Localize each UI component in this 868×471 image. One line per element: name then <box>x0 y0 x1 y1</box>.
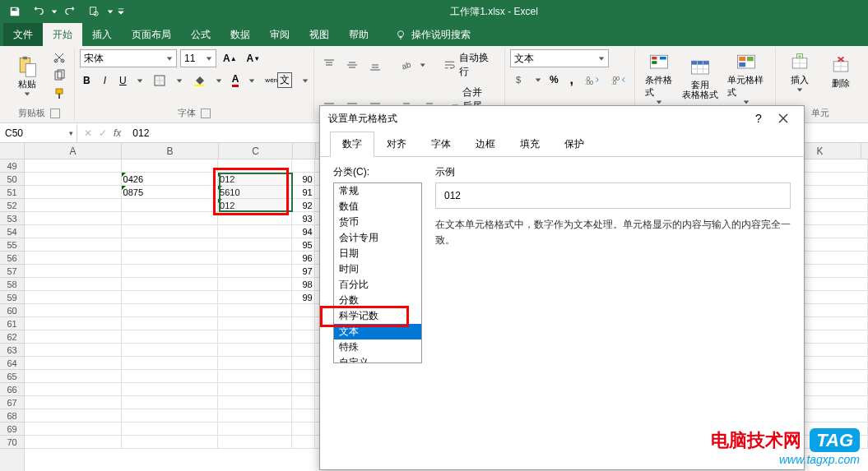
save-icon[interactable] <box>5 2 25 21</box>
cell[interactable] <box>122 330 219 344</box>
row-header[interactable]: 55 <box>0 238 24 252</box>
qat-more-icon[interactable] <box>117 2 125 21</box>
row-header[interactable]: 59 <box>0 291 24 304</box>
cell[interactable]: 90 <box>292 173 315 186</box>
cell[interactable]: 91 <box>292 186 315 199</box>
cell[interactable] <box>25 199 122 212</box>
paste-button[interactable]: 粘贴 <box>8 53 46 99</box>
row-header[interactable]: 52 <box>0 199 24 212</box>
cell[interactable] <box>292 317 315 330</box>
cell[interactable] <box>25 396 122 409</box>
format-painter-button[interactable] <box>49 85 69 102</box>
column-header[interactable]: A <box>25 143 122 159</box>
cell[interactable] <box>122 159 219 173</box>
tab-formula[interactable]: 公式 <box>181 23 220 46</box>
cell[interactable] <box>218 423 292 436</box>
row-header[interactable]: 53 <box>0 212 24 225</box>
cell[interactable] <box>25 225 122 238</box>
chevron-down-icon[interactable] <box>535 76 541 83</box>
clipboard-dialog-launcher[interactable] <box>50 109 60 118</box>
column-header[interactable]: B <box>122 143 219 159</box>
percent-button[interactable]: % <box>546 72 562 87</box>
dialog-tab[interactable]: 对齐 <box>374 132 419 157</box>
tab-layout[interactable]: 页面布局 <box>122 23 181 46</box>
phonetic-button[interactable]: wén文 <box>262 71 295 90</box>
tab-view[interactable]: 视图 <box>299 23 339 46</box>
italic-button[interactable]: I <box>100 73 109 88</box>
align-bottom-button[interactable] <box>365 57 385 73</box>
undo-icon[interactable] <box>28 2 48 21</box>
cell[interactable] <box>218 252 292 265</box>
chevron-down-icon[interactable] <box>176 77 183 84</box>
tab-home[interactable]: 开始 <box>43 23 82 46</box>
cell[interactable] <box>122 199 219 212</box>
decrease-font-button[interactable]: A▼ <box>244 51 264 66</box>
cell[interactable] <box>25 370 122 383</box>
name-box-input[interactable] <box>5 127 54 139</box>
cell[interactable] <box>122 212 219 225</box>
decrease-decimal-button[interactable]: .00.0 <box>608 72 629 87</box>
row-header[interactable]: 56 <box>0 252 24 265</box>
increase-font-button[interactable]: A▲ <box>220 51 240 66</box>
fill-color-button[interactable] <box>189 72 209 89</box>
cell[interactable] <box>25 186 122 199</box>
row-header[interactable]: 63 <box>0 344 24 357</box>
cell[interactable] <box>292 383 315 396</box>
cell[interactable] <box>25 252 122 265</box>
orientation-button[interactable]: ab <box>397 57 416 73</box>
cell[interactable]: 95 <box>292 238 315 252</box>
dialog-tab[interactable]: 保护 <box>552 132 596 157</box>
row-header[interactable]: 62 <box>0 330 24 344</box>
cell[interactable] <box>25 436 122 449</box>
cell[interactable] <box>122 252 219 265</box>
insert-cells-button[interactable]: + 插入 <box>781 49 819 95</box>
tab-data[interactable]: 数据 <box>220 23 260 46</box>
help-button[interactable]: ? <box>746 106 771 131</box>
tab-review[interactable]: 审阅 <box>260 23 299 46</box>
category-item[interactable]: 文本 <box>334 324 421 339</box>
cell[interactable] <box>218 265 292 278</box>
category-item[interactable]: 分数 <box>334 293 421 308</box>
row-header[interactable]: 65 <box>0 370 24 383</box>
cell[interactable] <box>292 330 315 344</box>
cell[interactable]: 99 <box>292 291 315 304</box>
category-item[interactable]: 数值 <box>334 199 421 215</box>
category-item[interactable]: 百分比 <box>334 277 421 293</box>
cell[interactable] <box>218 330 292 344</box>
delete-cells-button[interactable]: 删除 <box>822 53 860 91</box>
cell[interactable] <box>122 344 219 357</box>
cell[interactable] <box>25 423 122 436</box>
cell[interactable]: 98 <box>292 278 315 291</box>
tab-help[interactable]: 帮助 <box>339 23 378 46</box>
cell[interactable] <box>292 357 315 370</box>
cell[interactable] <box>25 344 122 357</box>
wrap-text-button[interactable]: 自动换行 <box>440 49 499 81</box>
tell-me-search[interactable]: 操作说明搜索 <box>385 23 480 46</box>
cell[interactable] <box>25 265 122 278</box>
cell[interactable] <box>218 370 292 383</box>
cell[interactable]: 92 <box>292 199 315 212</box>
cell[interactable] <box>122 409 219 423</box>
cancel-formula-button[interactable]: ✕ <box>84 127 92 139</box>
cell[interactable]: 5610 <box>218 186 292 199</box>
cell[interactable] <box>122 278 219 291</box>
cell[interactable] <box>122 423 219 436</box>
dialog-tab[interactable]: 数字 <box>330 132 374 157</box>
cell[interactable] <box>218 344 292 357</box>
copy-button[interactable] <box>49 67 69 84</box>
close-button[interactable] <box>771 106 796 131</box>
accounting-format-button[interactable]: $ <box>510 72 530 88</box>
dialog-titlebar[interactable]: 设置单元格格式 ? <box>320 106 804 131</box>
chevron-down-icon[interactable] <box>302 77 309 84</box>
category-item[interactable]: 自定义 <box>334 355 421 363</box>
font-dialog-launcher[interactable] <box>201 109 211 118</box>
chevron-down-icon[interactable] <box>248 77 255 84</box>
chevron-down-icon[interactable] <box>420 62 426 68</box>
increase-decimal-button[interactable]: .0.00 <box>582 72 603 87</box>
row-header[interactable]: 54 <box>0 225 24 238</box>
row-header[interactable]: 60 <box>0 304 24 317</box>
cell[interactable] <box>25 238 122 252</box>
cell[interactable]: 012 <box>218 173 292 186</box>
conditional-format-button[interactable]: 条件格式 <box>640 49 678 107</box>
row-header[interactable]: 67 <box>0 396 24 409</box>
